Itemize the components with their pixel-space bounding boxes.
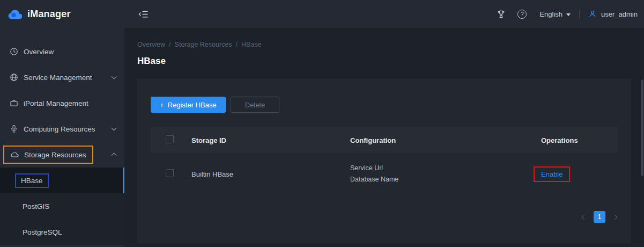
table-header-row: Storage ID Configuration Operations [151,127,618,153]
row-checkbox[interactable] [166,169,174,177]
register-hbase-button[interactable]: + Register HBase [151,97,226,113]
storage-resources-submenu: HBase PostGIS PostgreSQL [0,168,124,245]
topbar: ? English user_admin [124,0,644,28]
sidebar-item-label: Computing Resources [24,125,95,133]
sidebar-nav: Overview Service Management iPortal Mana… [0,28,124,245]
help-glyph: ? [521,11,524,17]
delete-button[interactable]: Delete [231,97,280,113]
breadcrumb-link-overview[interactable]: Overview [137,41,165,48]
sidebar-item-storage-resources[interactable]: Storage Resources [0,142,124,168]
chevron-left-icon [582,214,587,220]
language-label: English [539,10,562,18]
pagination: 1 [151,211,618,223]
sidebar-item-postgresql[interactable]: PostgreSQL [0,219,124,245]
breadcrumb-link-storage-resources[interactable]: Storage Resources [175,41,232,48]
sidebar-item-label: Overview [24,48,54,56]
topbar-actions: ? English user_admin [497,10,639,19]
user-menu[interactable]: user_admin [588,10,639,18]
annotation-blue-box: HBase [15,173,49,188]
trophy-icon[interactable] [497,10,506,19]
page-title: HBase [137,56,631,67]
content-panel: + Register HBase Delete Storage ID Confi… [137,78,631,244]
prev-page-button[interactable] [582,215,586,219]
chevron-down-icon [112,74,117,79]
collapse-sidebar-icon[interactable] [138,10,149,18]
page-1-button[interactable]: 1 [594,211,605,223]
config-service-url-label: Service Url [350,163,541,174]
table-row: Builtin HBase Service Url Database Name … [151,153,618,195]
cloud-logo-icon [7,8,23,20]
column-header-configuration: Configuration [350,136,541,144]
sidebar-item-label: iPortal Management [24,99,88,107]
app-window: iManager Overview Service Management [0,0,644,247]
breadcrumb: Overview / Storage Resources / HBase [137,41,631,48]
operations-cell: Enable [541,166,618,182]
caret-down-icon [566,13,571,16]
column-header-operations: Operations [541,136,618,144]
breadcrumb-current: HBase [241,41,262,48]
annotation-red-box: Enable [534,166,570,182]
app-logo: iManager [0,0,124,28]
storage-table: Storage ID Configuration Operations Buil… [151,127,618,195]
breadcrumb-separator: / [169,41,171,48]
language-selector[interactable]: English [539,10,571,18]
help-icon[interactable]: ? [517,10,527,19]
breadcrumb-separator: / [236,41,238,48]
sidebar-item-label: Storage Resources [24,151,86,159]
enable-link[interactable]: Enable [541,170,562,178]
sidebar-item-label: Service Management [24,74,92,82]
chevron-up-icon [112,153,117,158]
sidebar-item-service-management[interactable]: Service Management [0,64,124,90]
sidebar-item-hbase[interactable]: HBase [0,168,124,193]
config-database-name-label: Database Name [350,174,541,185]
sidebar-subitem-label: HBase [21,177,43,185]
user-icon [588,10,597,18]
iportal-icon [10,99,18,107]
main-content: Overview / Storage Resources / HBase HBa… [124,28,644,247]
sidebar-subitem-label: PostgreSQL [23,228,62,236]
scrollbar[interactable] [641,79,643,176]
select-all-checkbox[interactable] [166,135,174,143]
sidebar: iManager Overview Service Management [0,0,124,247]
annotation-orange-box: Storage Resources [3,146,93,164]
configuration-cell: Service Url Database Name [350,163,541,185]
service-icon [10,73,18,82]
topbar-divider [579,10,580,18]
toolbar: + Register HBase Delete [151,97,618,113]
content-column: ? English user_admin Overview / [124,0,644,247]
overview-icon [10,47,18,56]
register-button-label: Register HBase [168,101,217,109]
sidebar-item-computing-resources[interactable]: Computing Resources [0,116,124,142]
plus-icon: + [160,101,164,109]
next-page-button[interactable] [613,215,617,219]
sidebar-item-iportal-management[interactable]: iPortal Management [0,90,124,116]
sidebar-item-postgis[interactable]: PostGIS [0,193,124,219]
sidebar-item-overview[interactable]: Overview [0,39,124,64]
chevron-right-icon [612,214,618,220]
username: user_admin [601,10,638,18]
column-header-storage-id: Storage ID [191,136,350,144]
app-title: iManager [27,9,71,20]
computing-icon [10,125,18,133]
chevron-down-icon [112,126,117,131]
sidebar-subitem-label: PostGIS [23,202,49,210]
storage-id-cell: Builtin HBase [191,170,350,178]
storage-icon [10,150,19,159]
